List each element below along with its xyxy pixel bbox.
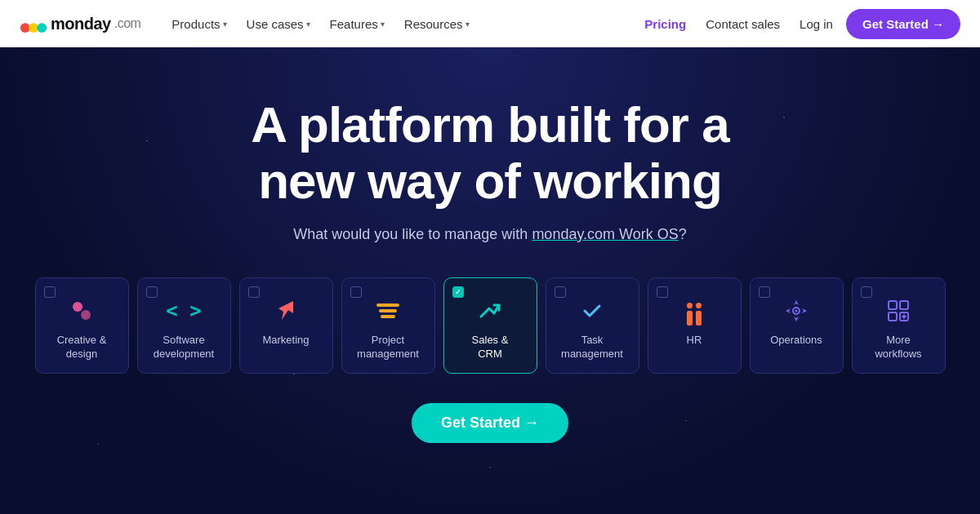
operations-icon bbox=[782, 296, 810, 326]
workflow-card-sales[interactable]: Sales &CRM bbox=[443, 277, 537, 374]
chevron-down-icon: ▾ bbox=[381, 20, 385, 29]
logo-text: monday bbox=[51, 15, 111, 33]
nav-right: Pricing Contact sales Log in Get Started… bbox=[638, 9, 960, 39]
creative-label: Creative &design bbox=[57, 334, 107, 361]
nav-login[interactable]: Log in bbox=[793, 12, 840, 36]
workflow-card-task[interactable]: Taskmanagement bbox=[546, 277, 639, 374]
sales-checkbox bbox=[452, 286, 464, 298]
operations-checkbox bbox=[759, 286, 770, 298]
workflow-card-project[interactable]: Projectmanagement bbox=[341, 277, 435, 374]
chevron-down-icon: ▾ bbox=[223, 20, 227, 29]
hero-section: A platform built for a new way of workin… bbox=[0, 47, 980, 514]
nav-links: Products ▾ Use cases ▾ Features ▾ Resour… bbox=[163, 12, 638, 36]
more-label: Moreworkflows bbox=[875, 334, 921, 361]
logo[interactable]: monday.com bbox=[20, 12, 140, 35]
chevron-down-icon: ▾ bbox=[466, 20, 470, 29]
project-checkbox bbox=[350, 286, 362, 298]
hr-checkbox bbox=[657, 286, 668, 298]
task-checkbox bbox=[555, 286, 566, 298]
workflow-card-operations[interactable]: Operations bbox=[750, 277, 844, 374]
workflow-card-hr[interactable]: HR bbox=[648, 277, 742, 374]
task-icon bbox=[578, 296, 606, 326]
nav-contact-sales[interactable]: Contact sales bbox=[699, 12, 786, 36]
svg-point-2 bbox=[37, 23, 47, 33]
nav-features[interactable]: Features ▾ bbox=[322, 12, 393, 36]
nav-products[interactable]: Products ▾ bbox=[163, 12, 234, 36]
workflow-card-more[interactable]: Moreworkflows bbox=[852, 277, 946, 374]
svg-point-7 bbox=[795, 309, 798, 312]
nav-resources[interactable]: Resources ▾ bbox=[396, 12, 478, 36]
logo-suffix: .com bbox=[114, 16, 141, 31]
svg-point-1 bbox=[29, 23, 38, 33]
hero-title: A platform built for a new way of workin… bbox=[251, 96, 728, 210]
more-icon bbox=[884, 296, 912, 326]
creative-icon bbox=[68, 296, 96, 326]
software-icon: < > bbox=[166, 296, 201, 326]
workflow-card-marketing[interactable]: Marketing bbox=[239, 277, 333, 374]
sales-label: Sales &CRM bbox=[472, 334, 509, 361]
svg-marker-5 bbox=[278, 301, 293, 320]
svg-point-3 bbox=[73, 302, 82, 312]
marketing-checkbox bbox=[248, 286, 260, 298]
svg-point-4 bbox=[81, 310, 91, 320]
more-checkbox bbox=[861, 286, 872, 298]
sales-icon bbox=[476, 296, 504, 326]
hr-label: HR bbox=[687, 334, 702, 348]
hero-cta: Get Started → bbox=[412, 403, 568, 443]
svg-rect-8 bbox=[889, 301, 897, 309]
nav-use-cases[interactable]: Use cases ▾ bbox=[238, 12, 318, 36]
chevron-down-icon: ▾ bbox=[306, 20, 310, 29]
marketing-label: Marketing bbox=[262, 334, 309, 348]
task-label: Taskmanagement bbox=[561, 334, 623, 361]
software-label: Softwaredevelopment bbox=[154, 334, 214, 361]
nav-get-started-button[interactable]: Get Started → bbox=[846, 9, 960, 39]
hr-icon bbox=[687, 296, 702, 326]
navbar: monday.com Products ▾ Use cases ▾ Featur… bbox=[0, 0, 980, 47]
hero-get-started-button[interactable]: Get Started → bbox=[412, 403, 568, 443]
workflow-cards: Creative &design < > Softwaredevelopment… bbox=[19, 277, 962, 374]
creative-checkbox bbox=[44, 286, 56, 298]
hero-subtitle: What would you like to manage with monda… bbox=[293, 226, 687, 243]
operations-label: Operations bbox=[770, 334, 822, 348]
svg-rect-10 bbox=[889, 312, 897, 321]
marketing-icon bbox=[272, 296, 300, 326]
project-label: Projectmanagement bbox=[357, 334, 419, 361]
software-checkbox bbox=[146, 286, 158, 298]
svg-point-0 bbox=[20, 23, 30, 33]
workflow-card-creative[interactable]: Creative &design bbox=[35, 277, 129, 374]
nav-pricing[interactable]: Pricing bbox=[638, 12, 693, 36]
workflow-card-software[interactable]: < > Softwaredevelopment bbox=[137, 277, 231, 374]
project-icon bbox=[376, 296, 399, 326]
svg-rect-9 bbox=[900, 301, 908, 309]
